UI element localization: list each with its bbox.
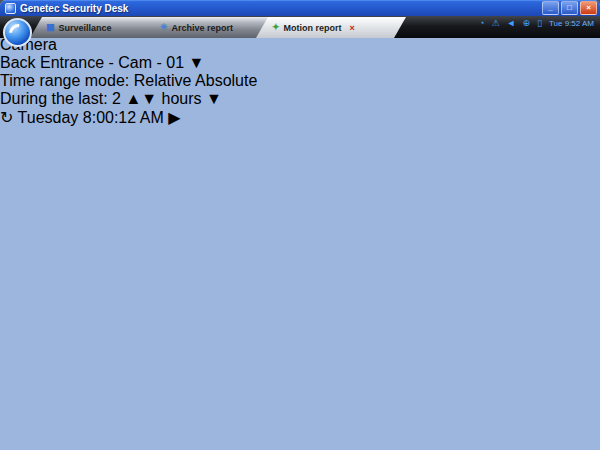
time-unit-dropdown[interactable]: hours ▼	[162, 90, 222, 107]
network-icon[interactable]: ⊕	[522, 19, 530, 28]
motion-zone-column	[0, 234, 600, 283]
chevron-down-icon: ▼	[189, 54, 205, 71]
tab-label: Motion report	[284, 23, 342, 33]
camera-dropdown[interactable]: Back Entrance - Cam - 01 ▼	[0, 54, 600, 72]
camera-dropdown-value: Back Entrance - Cam - 01	[0, 54, 184, 71]
motion-zone-grid[interactable]	[0, 127, 600, 450]
battery-icon[interactable]: ▯	[537, 19, 542, 28]
tab-label: Surveillance	[59, 23, 112, 33]
during-value: 2	[112, 90, 121, 107]
app-icon	[5, 3, 16, 14]
tab-motion-report[interactable]: ✦ Motion report ×	[256, 17, 406, 38]
relative-label: Relative	[134, 72, 192, 89]
status-icon-cluster: ◔ ⚠ ◄ ⊕ ▯ Tue 9:52 AM	[479, 19, 594, 28]
motion-zone-column	[0, 397, 600, 446]
security-desk-window: Genetec Security Desk _ □ × ▦ Surveillan…	[0, 0, 600, 450]
motion-zone-preview[interactable]	[0, 127, 600, 450]
preview-timestamp: Tuesday 8:00:12 AM	[18, 109, 164, 126]
motion-zone-column	[0, 283, 600, 340]
window-border	[0, 16, 3, 450]
surveillance-icon: ▦	[46, 23, 55, 32]
speaker-icon[interactable]: ◄	[507, 19, 516, 28]
motion-zone-column	[0, 340, 600, 397]
minimize-button[interactable]: _	[542, 1, 559, 15]
selector-panel: Selector ‹ Camera Back Entrance - Cam - …	[0, 0, 600, 450]
motion-zone-column	[0, 193, 600, 234]
window-title: Genetec Security Desk	[20, 3, 542, 14]
tab-label: Archive report	[172, 23, 234, 33]
time-range-mode-label: Time range mode:	[0, 72, 129, 89]
motion-zone-column	[0, 160, 600, 193]
during-last-label: During the last:	[0, 90, 108, 107]
preview-play-button[interactable]: ▶	[168, 109, 180, 126]
maximize-button[interactable]: □	[561, 1, 578, 15]
genetec-logo[interactable]	[3, 18, 32, 47]
archive-report-icon: ✳	[160, 23, 168, 32]
time-unit-value: hours	[162, 90, 202, 107]
chevron-down-icon: ▼	[206, 90, 222, 107]
close-button[interactable]: ×	[580, 1, 597, 15]
during-value-stepper[interactable]: 2 ▲▼	[112, 90, 162, 107]
clock-icon[interactable]: ◔	[479, 19, 484, 28]
system-clock: Tue 9:52 AM	[549, 19, 594, 28]
motion-report-icon: ✦	[272, 23, 280, 32]
close-tab-icon[interactable]: ×	[350, 23, 355, 33]
motion-zone-column	[0, 127, 600, 160]
motion-zone-column	[0, 446, 600, 450]
spin-up-icon: ▲	[125, 90, 141, 107]
spin-down-icon: ▼	[141, 90, 157, 107]
warning-icon[interactable]: ⚠	[491, 19, 499, 28]
title-bar: Genetec Security Desk _ □ ×	[0, 0, 600, 16]
absolute-label: Absolute	[195, 72, 257, 89]
preview-video-frame	[0, 127, 600, 450]
